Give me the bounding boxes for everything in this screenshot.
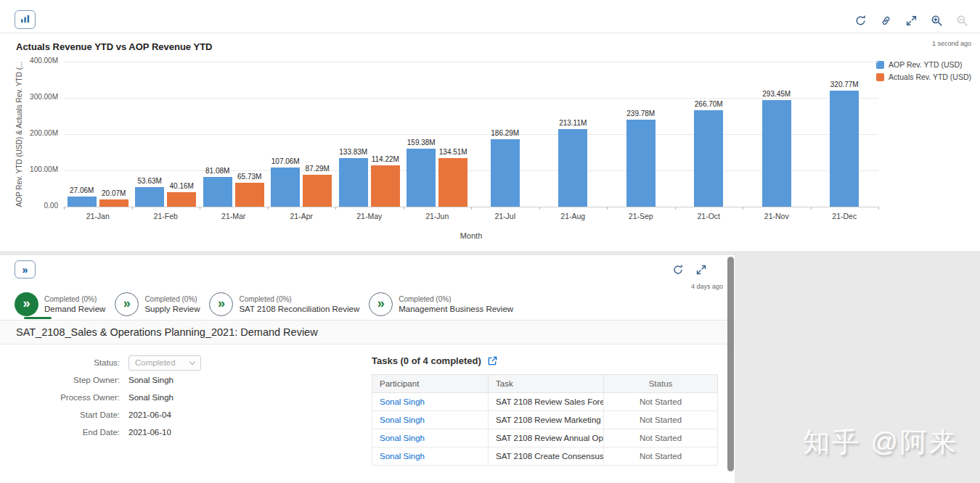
process-step-sat-2108-reconciliation-review[interactable]: »Completed (0%)SAT 2108 Reconciliation R… [209, 292, 359, 316]
plot-area: Month 21-Jan27.06M20.07M21-Feb53.63M40.1… [64, 62, 878, 207]
x-tick [64, 207, 65, 210]
x-tick [335, 207, 336, 210]
bar-aop-21-feb[interactable] [135, 187, 164, 207]
bar-actuals-21-may[interactable] [371, 165, 400, 207]
bar-value-label: 20.07M [91, 189, 137, 197]
link-icon[interactable] [880, 15, 892, 27]
bar-actuals-21-jun[interactable] [438, 158, 467, 207]
process-last-updated: 4 days ago [691, 283, 723, 290]
vertical-scrollbar[interactable] [727, 257, 734, 471]
legend-item-aop[interactable]: AOP Rev. YTD (USD) [876, 60, 971, 69]
task-name-cell: SAT 2108 Create Consensus ... [489, 447, 604, 466]
x-tick [878, 207, 879, 210]
refresh-icon[interactable] [672, 264, 684, 276]
gridline [64, 62, 878, 62]
bar-value-label: 114.22M [362, 155, 409, 163]
process-step-demand-review[interactable]: »Completed (0%)Demand Review [15, 292, 105, 316]
column-header-status[interactable]: Status [604, 375, 718, 393]
expand-icon[interactable] [695, 264, 707, 276]
active-step-underline [24, 317, 52, 319]
x-tick-label: 21-Mar [200, 212, 268, 220]
chart-type-button[interactable] [15, 10, 36, 29]
watermark: 知乎 @阿来 [803, 424, 958, 461]
step-double-chevron-icon: » [115, 292, 139, 316]
x-tick-label: 21-Feb [132, 212, 200, 220]
process-step-management-business-review[interactable]: »Completed (0%)Management Business Revie… [369, 292, 513, 316]
step-owner-label: Step Owner: [0, 376, 120, 384]
bar-aop-21-dec[interactable] [830, 91, 859, 207]
step-status: Completed (0%) [44, 295, 105, 303]
step-status: Completed (0%) [239, 295, 359, 303]
column-header-task[interactable]: Task [489, 375, 604, 393]
zoom-in-icon[interactable] [931, 15, 943, 27]
zoom-out-icon[interactable] [956, 15, 968, 27]
bar-aop-21-jun[interactable] [407, 149, 436, 207]
legend-item-actuals[interactable]: Actuals Rev. YTD (USD) [876, 73, 971, 81]
task-status-cell: Not Started [604, 429, 718, 447]
step-double-chevron-icon: » [209, 292, 233, 316]
step-name: Supply Review [144, 305, 200, 313]
bar-actuals-21-jan[interactable] [99, 199, 128, 207]
step-owner-value: Sonal Singh [128, 376, 173, 384]
step-status: Completed (0%) [144, 295, 200, 303]
x-tick-label: 21-Dec [811, 212, 879, 220]
chart-panel: Actuals Revenue YTD vs AOP Revenue YTD 1… [0, 33, 980, 251]
double-chevron-icon: » [23, 264, 28, 276]
step-details-form: Status: Completed Step Owner: Sonal Sing… [0, 354, 201, 441]
refresh-icon[interactable] [854, 15, 867, 27]
bar-value-label: 266.70M [685, 100, 732, 108]
tasks-table: ParticipantTaskStatus Sonal SinghSAT 210… [372, 374, 718, 466]
status-select-value: Completed [135, 358, 176, 367]
status-select[interactable]: Completed [128, 355, 201, 371]
task-participant-link[interactable]: Sonal Singh [380, 397, 425, 406]
y-tick-label: 200.00M [0, 129, 58, 137]
column-header-participant[interactable]: Participant [372, 375, 489, 393]
bar-chart-icon [20, 13, 30, 27]
participant-cell: Sonal Singh [372, 411, 489, 429]
participant-cell: Sonal Singh [372, 393, 489, 411]
x-tick [607, 207, 608, 210]
bar-value-label: 186.29M [482, 129, 528, 137]
bar-value-label: 320.77M [821, 80, 867, 88]
bar-value-label: 159.38M [398, 139, 444, 146]
x-tick [811, 207, 812, 210]
tasks-table-body: Sonal SinghSAT 2108 Review Sales Fore...… [372, 393, 718, 466]
bar-aop-21-sep[interactable] [626, 120, 656, 207]
bar-aop-21-jul[interactable] [491, 139, 520, 207]
bar-aop-21-mar[interactable] [203, 177, 232, 207]
start-date-value: 2021-06-04 [128, 410, 171, 419]
legend-label: AOP Rev. YTD (USD) [889, 60, 963, 69]
process-section-title: SAT_2108_Sales & Operations Planning_202… [0, 320, 735, 344]
y-tick-label: 400.00M [0, 57, 58, 65]
bar-actuals-21-apr[interactable] [303, 175, 332, 207]
process-step-supply-review[interactable]: »Completed (0%)Supply Review [115, 292, 200, 316]
bar-aop-21-nov[interactable] [762, 100, 791, 207]
open-external-icon[interactable] [487, 355, 498, 366]
bar-actuals-21-mar[interactable] [235, 183, 264, 207]
bar-aop-21-aug[interactable] [558, 129, 587, 207]
tasks-table-header-row: ParticipantTaskStatus [372, 375, 718, 393]
process-owner-value: Sonal Singh [128, 393, 173, 402]
toolbar-actions [854, 15, 968, 27]
task-participant-link[interactable]: Sonal Singh [380, 416, 425, 424]
bar-actuals-21-feb[interactable] [167, 192, 196, 207]
x-axis-title: Month [64, 231, 878, 240]
x-tick-label: 21-Oct [675, 212, 743, 220]
task-participant-link[interactable]: Sonal Singh [380, 452, 425, 461]
table-row: Sonal SinghSAT 2108 Create Consensus ...… [372, 447, 718, 466]
bar-aop-21-apr[interactable] [271, 168, 300, 207]
bar-aop-21-jan[interactable] [68, 197, 97, 207]
expand-icon[interactable] [905, 15, 918, 27]
chart-title: Actuals Revenue YTD vs AOP Revenue YTD [16, 41, 212, 52]
task-participant-link[interactable]: Sonal Singh [380, 434, 425, 442]
step-status: Completed (0%) [399, 295, 513, 303]
bar-aop-21-may[interactable] [339, 158, 368, 207]
expand-steps-button[interactable]: » [15, 260, 36, 278]
bar-aop-21-oct[interactable] [694, 110, 723, 207]
process-panel: » 4 days ago »Completed (0%)Demand Revie… [0, 255, 735, 483]
y-tick-label: 100.00M [0, 165, 58, 173]
x-tick [132, 207, 133, 210]
step-name: Demand Review [44, 305, 105, 313]
task-status-cell: Not Started [604, 393, 718, 411]
process-steps: »Completed (0%)Demand Review»Completed (… [15, 289, 513, 319]
